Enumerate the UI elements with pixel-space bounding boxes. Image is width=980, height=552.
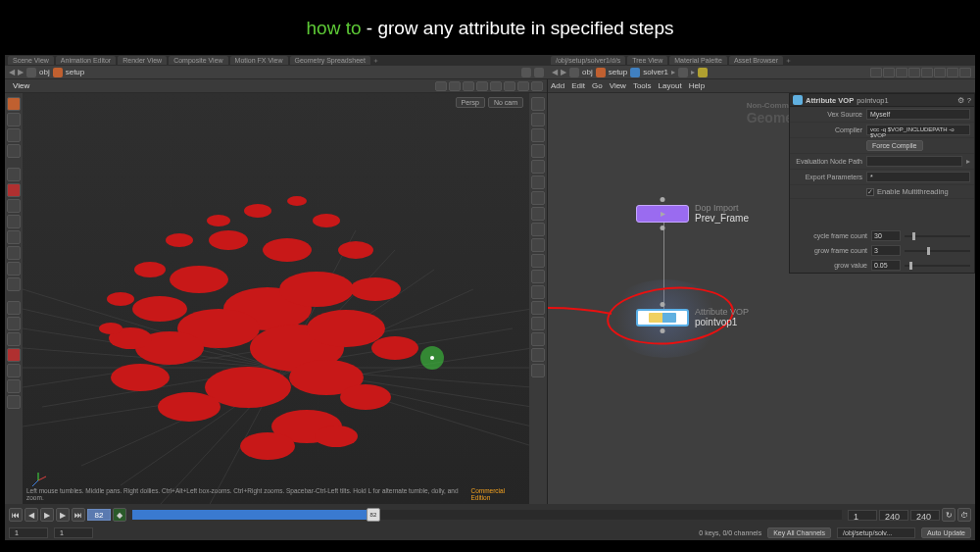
shelf-btn1[interactable]: [7, 97, 21, 111]
playhead[interactable]: 82: [367, 508, 380, 522]
range-end[interactable]: 240: [879, 510, 908, 521]
sl2-val[interactable]: 0.05: [871, 260, 901, 271]
bb-start[interactable]: 1: [9, 527, 48, 538]
rsh-5[interactable]: [531, 160, 545, 174]
rsh-3[interactable]: [531, 128, 545, 142]
export-field[interactable]: *: [866, 172, 970, 182]
solver-icon[interactable]: [630, 68, 640, 77]
menu-go[interactable]: Go: [592, 81, 603, 90]
menu-edit[interactable]: Edit: [571, 81, 585, 90]
vh-btn8[interactable]: [531, 81, 543, 91]
nt-btn7[interactable]: [947, 68, 958, 77]
tool-t2[interactable]: [7, 262, 21, 276]
path-solver[interactable]: solver1: [643, 68, 668, 76]
nt-btn2[interactable]: [883, 68, 895, 77]
play-play[interactable]: ▶: [40, 508, 54, 522]
menu-tools[interactable]: Tools: [633, 81, 652, 90]
tab-scene-view[interactable]: Scene View: [8, 56, 54, 65]
tab-asset[interactable]: Asset Browser: [729, 56, 783, 65]
tool-t7[interactable]: [7, 348, 21, 362]
setup-icon[interactable]: [53, 68, 63, 77]
menu-help[interactable]: Help: [689, 81, 705, 90]
vh-btn3[interactable]: [463, 81, 474, 91]
rsh-18[interactable]: [531, 364, 545, 377]
nt-btn5[interactable]: [921, 68, 933, 77]
node-input-port[interactable]: [661, 197, 665, 202]
path-obj-r[interactable]: obj: [582, 68, 593, 76]
sl2-slider[interactable]: [905, 265, 970, 267]
nocam-dropdown[interactable]: No cam: [488, 97, 523, 108]
fwd-icon[interactable]: ▶: [18, 68, 24, 76]
menu-add[interactable]: Add: [551, 81, 564, 90]
vex-source-dropdown[interactable]: Myself: [866, 109, 970, 120]
force-compile-button[interactable]: Force Compile: [866, 140, 923, 151]
current-frame[interactable]: 82: [87, 509, 111, 521]
sl1-val[interactable]: 3: [871, 245, 901, 256]
eval-path-field[interactable]: [866, 156, 962, 167]
tool-t4[interactable]: [7, 301, 21, 315]
persp-dropdown[interactable]: Persp: [456, 97, 485, 108]
rsh-9[interactable]: [531, 223, 545, 236]
rsh-6[interactable]: [531, 176, 545, 189]
s-icon[interactable]: [698, 68, 708, 77]
rsh-4[interactable]: [531, 144, 545, 158]
rsh-16[interactable]: [531, 332, 545, 346]
keyframe-btn[interactable]: ◆: [113, 508, 126, 522]
path-setup-r[interactable]: setup: [609, 68, 628, 76]
key-all-button[interactable]: Key All Channels: [767, 527, 831, 538]
tool-move[interactable]: [7, 199, 21, 213]
tab-render-view[interactable]: Render View: [118, 56, 167, 65]
obj-icon[interactable]: [26, 68, 36, 77]
tool-t5[interactable]: [7, 317, 21, 330]
rsh-15[interactable]: [531, 317, 545, 330]
loop-icon[interactable]: ↻: [942, 508, 956, 522]
tool-scale[interactable]: [7, 230, 21, 244]
help-icon[interactable]: ?: [967, 96, 971, 105]
node-pointvop1[interactable]: Attribute VOP pointvop1: [636, 307, 749, 327]
node-prev-frame[interactable]: ▸ Dop Import Prev_Frame: [636, 203, 749, 224]
tab-geospread[interactable]: Geometry Spreadsheet: [290, 56, 370, 65]
eval-path-picker[interactable]: ▸: [966, 157, 970, 166]
network-editor[interactable]: Non-Commercial Edition Geometry ▸ Dop Im…: [548, 93, 975, 504]
auto-update-dropdown[interactable]: Auto Update: [921, 527, 971, 538]
menu-view[interactable]: View: [610, 81, 626, 90]
tab-composite[interactable]: Composite View: [169, 56, 227, 65]
tab-matpal[interactable]: Material Palette: [669, 56, 727, 65]
timeline-track[interactable]: 82: [132, 510, 842, 520]
rsh-13[interactable]: [531, 285, 545, 299]
tool-t10[interactable]: [7, 395, 21, 409]
multithread-checkbox[interactable]: Enable Multithreading: [866, 187, 949, 196]
rsh-17[interactable]: [531, 348, 545, 362]
vop-input-port[interactable]: [661, 302, 665, 307]
tab-motionfx[interactable]: Motion FX View: [230, 56, 288, 65]
nt-btn3[interactable]: [896, 68, 907, 77]
rsh-14[interactable]: [531, 301, 545, 315]
vop-output-port[interactable]: [661, 328, 665, 333]
realtime-icon[interactable]: ⏱: [957, 508, 971, 522]
nt-btn1[interactable]: [870, 68, 882, 77]
nt-btn4[interactable]: [908, 68, 920, 77]
range-end2[interactable]: 240: [910, 510, 940, 521]
node-output-port[interactable]: [661, 226, 665, 230]
rsh-11[interactable]: [531, 254, 545, 268]
gear-icon[interactable]: [534, 68, 544, 77]
rsh-7[interactable]: [531, 191, 545, 205]
tool-t1[interactable]: [7, 246, 21, 260]
tool-select[interactable]: [7, 168, 21, 181]
vh-btn5[interactable]: [490, 81, 502, 91]
tool-rotate[interactable]: [7, 215, 21, 228]
nt-btn6[interactable]: [934, 68, 946, 77]
gear-icon[interactable]: ⚙: [957, 96, 964, 105]
sl0-slider[interactable]: [905, 235, 970, 237]
sl0-val[interactable]: 30: [871, 230, 901, 241]
path-setup[interactable]: setup: [66, 68, 85, 76]
back-icon-r[interactable]: ◀: [552, 68, 558, 76]
rsh-10[interactable]: [531, 238, 545, 252]
tab-tree[interactable]: Tree View: [627, 56, 667, 65]
setup-icon-r[interactable]: [596, 68, 606, 77]
add-tab-icon[interactable]: ＋: [372, 56, 379, 66]
3d-viewport[interactable]: Persp No cam: [23, 93, 529, 504]
nt-btn8[interactable]: [959, 68, 971, 77]
play-first[interactable]: ⏮: [9, 508, 23, 522]
pin-icon[interactable]: [521, 68, 531, 77]
